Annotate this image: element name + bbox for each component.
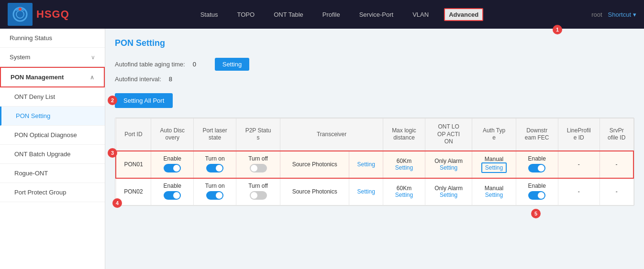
nav-advanced[interactable]: Advanced: [444, 8, 483, 21]
table-row: PON01 Enable Turn on: [116, 151, 633, 178]
pon-table: Port ID Auto Discovery Port laserstate P…: [115, 118, 634, 206]
cell-max-logic: 60Km Setting: [383, 151, 425, 178]
cell-port-id: PON01: [116, 151, 151, 178]
main-content: PON Setting Autofind table aging time: 0…: [105, 29, 644, 269]
autofind-aging-value: 0: [193, 61, 207, 68]
sidebar-item-pon-setting[interactable]: PON Setting: [0, 107, 105, 126]
auto-disc-label: Enable: [155, 155, 189, 162]
chevron-down-icon: ∨: [91, 54, 95, 61]
cell-line-profile: -: [558, 178, 600, 205]
sidebar-item-pon-optical-diagnose[interactable]: PON Optical Diagnose: [0, 126, 105, 145]
col-auto-disc: Auto Discovery: [151, 118, 194, 151]
nav-service-port[interactable]: Service-Port: [355, 9, 398, 20]
cell-transceiver-setting[interactable]: Setting: [349, 178, 383, 205]
cell-srv-profile: -: [600, 151, 633, 178]
col-srv-profile: SrvProfile ID: [600, 118, 633, 151]
logo-area: HSGQ: [8, 3, 69, 26]
cell-port-laser: Turn on: [194, 151, 236, 178]
port-laser-toggle[interactable]: [206, 191, 223, 200]
auth-type-setting-box[interactable]: Setting: [481, 162, 507, 173]
table-row: PON02 Enable Turn on: [116, 178, 633, 205]
sidebar-item-port-protect-group[interactable]: Port Protect Group: [0, 183, 105, 202]
nav-vlan[interactable]: VLAN: [409, 9, 433, 20]
logo-text: HSGQ: [36, 8, 69, 21]
col-port-laser: Port laserstate: [194, 118, 236, 151]
cell-transceiver-name: Source Photonics: [280, 151, 349, 178]
port-laser-toggle[interactable]: [206, 164, 223, 172]
layout: Running Status System ∨ PON Management ∧…: [0, 29, 644, 269]
autofind-aging-label: Autofind table aging time:: [115, 61, 185, 68]
sidebar: Running Status System ∨ PON Management ∧…: [0, 29, 105, 269]
col-p2p: P2P Status: [236, 118, 280, 151]
auto-disc-toggle[interactable]: [164, 164, 181, 172]
autofind-interval-row: Autofind interval: 8: [115, 75, 634, 83]
cell-transceiver-setting[interactable]: Setting: [349, 151, 383, 178]
cell-downstream: Enable: [516, 151, 558, 178]
chevron-up-icon: ∧: [90, 74, 94, 81]
cell-port-laser: Turn on: [194, 178, 236, 205]
sidebar-item-rogue-ont[interactable]: Rogue-ONT: [0, 164, 105, 183]
col-port-id: Port ID: [116, 118, 151, 151]
autofind-aging-row: Autofind table aging time: 0 Setting: [115, 58, 634, 71]
cell-auto-disc: Enable: [151, 151, 194, 178]
col-transceiver: Transceiver: [280, 118, 383, 151]
port-laser-label: Turn on: [198, 183, 232, 189]
downstream-label: Enable: [520, 155, 554, 162]
nav-profile[interactable]: Profile: [319, 9, 344, 20]
p2p-label: Turn off: [240, 155, 276, 162]
cell-ont-loop: Only Alarm Setting: [425, 151, 472, 178]
col-auth-type: Auth Type: [472, 118, 516, 151]
nav-topo[interactable]: TOPO: [233, 9, 259, 20]
nav-bar: Status TOPO ONT Table Profile Service-Po…: [89, 8, 591, 21]
auto-disc-label: Enable: [155, 183, 189, 189]
cell-downstream: Enable: [516, 178, 558, 205]
sidebar-item-system[interactable]: System ∨: [0, 48, 105, 67]
auto-disc-toggle[interactable]: [164, 191, 181, 200]
logo-icon: [11, 6, 29, 23]
downstream-toggle[interactable]: [528, 164, 545, 172]
col-max-logic: Max logicdistance: [383, 118, 425, 151]
cell-ont-loop: Only Alarm Setting: [425, 178, 472, 205]
page-title: PON Setting: [115, 38, 634, 48]
sidebar-item-ont-deny-list[interactable]: ONT Deny List: [0, 87, 105, 107]
cell-auth-type: Manual Setting: [472, 178, 516, 205]
sidebar-item-pon-management[interactable]: PON Management ∧: [0, 67, 105, 87]
ont-loop-setting-link[interactable]: Setting: [440, 164, 457, 171]
downstream-label: Enable: [520, 183, 554, 189]
pon-settings-table: Port ID Auto Discovery Port laserstate P…: [115, 118, 634, 205]
header: HSGQ Status TOPO ONT Table Profile Servi…: [0, 0, 644, 29]
sidebar-item-ont-batch-upgrade[interactable]: ONT Batch Upgrade: [0, 145, 105, 164]
table-header: Port ID Auto Discovery Port laserstate P…: [116, 118, 633, 151]
max-logic-setting-link[interactable]: Setting: [395, 164, 413, 171]
nav-ont-table[interactable]: ONT Table: [270, 9, 307, 20]
cell-max-logic: 60Km Setting: [383, 178, 425, 205]
badge-1: 1: [553, 25, 562, 34]
badge-4: 4: [112, 198, 122, 208]
cell-line-profile: -: [558, 151, 600, 178]
badge-2: 2: [108, 96, 117, 105]
header-shortcut[interactable]: Shortcut ▾: [608, 11, 636, 18]
svg-point-2: [19, 8, 22, 11]
col-line-profile: LineProfile ID: [558, 118, 600, 151]
max-logic-setting-link[interactable]: Setting: [395, 192, 413, 198]
setting-all-port-button[interactable]: Setting All Port: [115, 93, 173, 108]
cell-p2p: Turn off: [236, 151, 280, 178]
auth-type-setting-link[interactable]: Setting: [485, 192, 503, 198]
p2p-toggle[interactable]: [250, 164, 267, 172]
sidebar-item-running-status[interactable]: Running Status: [0, 29, 105, 48]
nav-status[interactable]: Status: [197, 9, 222, 20]
ont-loop-setting-link[interactable]: Setting: [440, 192, 457, 198]
logo-box: [8, 3, 33, 26]
cell-p2p: Turn off: [236, 178, 280, 205]
col-downstream: Downstream FEC: [516, 118, 558, 151]
port-laser-label: Turn on: [198, 155, 232, 162]
col-ont-loop: ONT LOOP ACTION: [425, 118, 472, 151]
downstream-toggle[interactable]: [528, 191, 545, 200]
setting-button[interactable]: Setting: [215, 58, 249, 71]
p2p-label: Turn off: [240, 183, 276, 189]
cell-srv-profile: -: [600, 178, 633, 205]
p2p-toggle[interactable]: [250, 191, 267, 200]
header-user: root: [591, 11, 602, 18]
autofind-interval-label: Autofind interval:: [115, 75, 161, 83]
cell-transceiver-name: Source Photonics: [280, 178, 349, 205]
